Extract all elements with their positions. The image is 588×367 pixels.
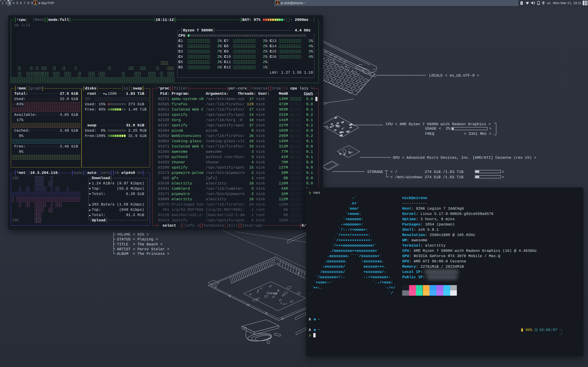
svg-text:>: > <box>502 170 504 174</box>
svg-text:274 GiB /1.83 TiB: 274 GiB /1.83 TiB <box>425 170 464 174</box>
svg-text:GPU < Advanced Micro Devices,: GPU < Advanced Micro Devices, Inc. [AMD/… <box>393 156 536 160</box>
svg-text:>: > <box>489 126 492 131</box>
svg-text:< /: < / <box>390 170 397 174</box>
svg-text:STATUS < Playing >: STATUS < Playing > <box>117 237 158 242</box>
svg-text:TITLE < The Beach >: TITLE < The Beach > <box>117 242 162 247</box>
svg-text:>: > <box>502 175 504 179</box>
svg-text:FREQ: FREQ <box>425 132 434 136</box>
svg-text:LOCALE < en_US.UTF-8 >: LOCALE < en_US.UTF-8 > <box>429 73 479 78</box>
svg-text:< 3351 MHz >: < 3351 MHz > <box>464 132 491 136</box>
svg-text:VOLUME < 82% >: VOLUME < 82% > <box>117 232 149 237</box>
svg-text:CPU < AMD Ryzen 7 5800H with R: CPU < AMD Ryzen 7 5800H with Radeon Grap… <box>386 122 491 126</box>
svg-text:< /mnt/windows 274 GiB /1.83 T: < /mnt/windows 274 GiB /1.83 TiB <box>390 175 464 179</box>
svg-text:ALBUM < The Princess >: ALBUM < The Princess > <box>117 252 169 256</box>
svg-text:STORAGE: STORAGE <box>367 170 383 174</box>
svg-text:ARTIST < Parov Stelar >: ARTIST < Parov Stelar > <box>117 247 169 251</box>
svg-text:USAGE < 2%: USAGE < 2% <box>425 126 450 131</box>
svg-text:LEGION: LEGION <box>268 292 277 295</box>
